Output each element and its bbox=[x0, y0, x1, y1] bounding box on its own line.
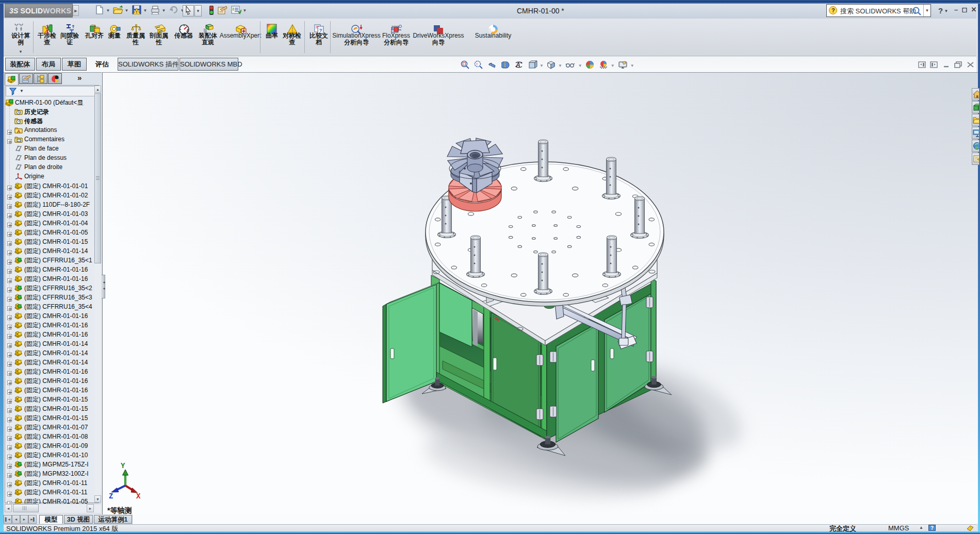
svg-text:X: X bbox=[136, 492, 141, 500]
svg-text:A: A bbox=[17, 129, 21, 134]
svg-text:Z: Z bbox=[109, 492, 113, 500]
svg-text:Y: Y bbox=[121, 462, 125, 470]
svg-text:!: ! bbox=[136, 10, 138, 14]
svg-text:?: ? bbox=[831, 7, 835, 13]
svg-text:!: ! bbox=[476, 62, 477, 66]
